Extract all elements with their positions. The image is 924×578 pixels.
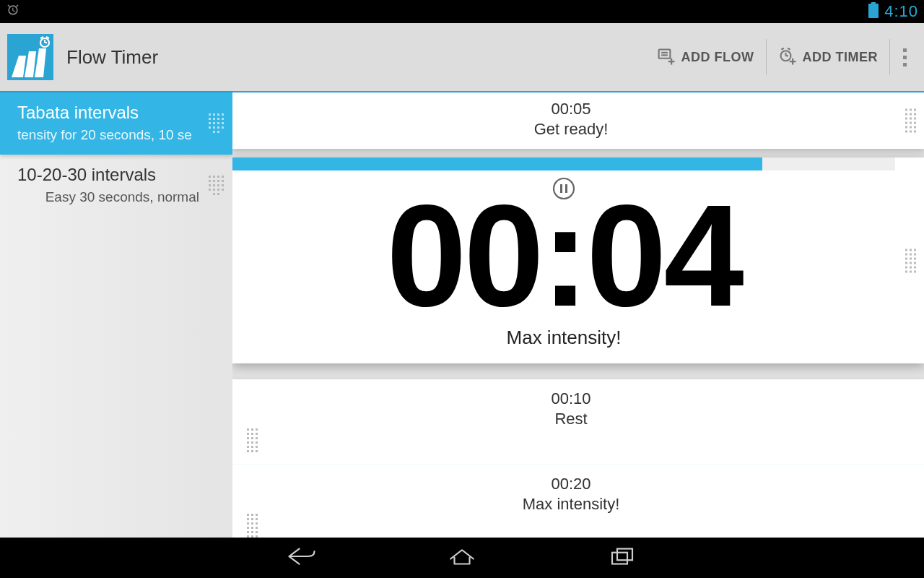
add-timer-label: ADD TIMER xyxy=(803,50,879,65)
drag-handle-icon[interactable] xyxy=(208,176,224,195)
add-flow-button[interactable]: ADD FLOW xyxy=(645,23,766,91)
timer-card-next[interactable]: 00:10 Rest xyxy=(232,379,924,465)
android-nav-bar xyxy=(0,538,924,578)
svg-line-18 xyxy=(788,48,790,50)
timer-label: Get ready! xyxy=(247,120,895,139)
timer-card-prev[interactable]: 00:05 Get ready! xyxy=(232,92,924,149)
flow-title: Tabata intervals xyxy=(17,103,202,123)
back-button[interactable] xyxy=(287,545,317,571)
add-flow-label: ADD FLOW xyxy=(681,50,754,65)
svg-line-17 xyxy=(781,48,784,50)
timer-time: 00:05 xyxy=(247,100,895,118)
active-timer-label: Max intensity! xyxy=(232,327,895,349)
active-timer-time: 00:04 xyxy=(232,197,895,315)
timer-label: Max intensity! xyxy=(247,495,895,514)
android-status-bar: 4:10 xyxy=(0,0,924,23)
svg-rect-24 xyxy=(612,553,627,564)
drag-handle-icon[interactable] xyxy=(247,428,258,452)
app-icon xyxy=(7,34,53,80)
flow-title: 10-20-30 intervals xyxy=(17,165,202,185)
flow-list: Tabata intervals tensity for 20 seconds,… xyxy=(0,92,232,538)
battery-icon xyxy=(868,2,879,22)
svg-rect-9 xyxy=(658,50,670,59)
timer-label: Rest xyxy=(247,410,895,428)
flow-item-tabata[interactable]: Tabata intervals tensity for 20 seconds,… xyxy=(0,92,232,155)
upcoming-list: 00:10 Rest 00:20 Max intensity! 00:10 xyxy=(232,379,924,538)
home-button[interactable] xyxy=(447,545,477,571)
status-clock: 4:10 xyxy=(884,2,918,21)
flow-item-102030[interactable]: 10-20-30 intervals Easy 30 seconds, norm… xyxy=(0,155,232,217)
drag-handle-icon[interactable] xyxy=(247,514,258,538)
timer-time: 00:20 xyxy=(247,475,895,493)
timer-queue: 00:05 Get ready! 00:04 Max intensity! 00… xyxy=(232,92,924,538)
overflow-menu-button[interactable] xyxy=(890,23,917,91)
app-title: Flow Timer xyxy=(66,46,158,69)
drag-handle-icon[interactable] xyxy=(905,249,917,272)
flow-subtitle: tensity for 20 seconds, 10 se xyxy=(17,127,202,143)
flow-subtitle: Easy 30 seconds, normal xyxy=(17,189,202,205)
recent-apps-button[interactable] xyxy=(607,545,637,571)
timer-card-active[interactable]: 00:04 Max intensity! xyxy=(232,158,924,363)
timer-time: 00:10 xyxy=(247,389,895,408)
add-timer-button[interactable]: ADD TIMER xyxy=(767,23,890,91)
drag-handle-icon[interactable] xyxy=(208,113,224,133)
svg-rect-25 xyxy=(617,549,632,561)
progress-bar xyxy=(232,158,895,171)
alarm-icon xyxy=(6,3,20,21)
drag-handle-icon[interactable] xyxy=(905,109,917,133)
add-timer-icon xyxy=(778,47,798,67)
action-bar: Flow Timer ADD FLOW ADD TIMER xyxy=(0,23,924,92)
add-flow-icon xyxy=(657,47,677,67)
timer-card-next[interactable]: 00:20 Max intensity! xyxy=(232,465,924,538)
